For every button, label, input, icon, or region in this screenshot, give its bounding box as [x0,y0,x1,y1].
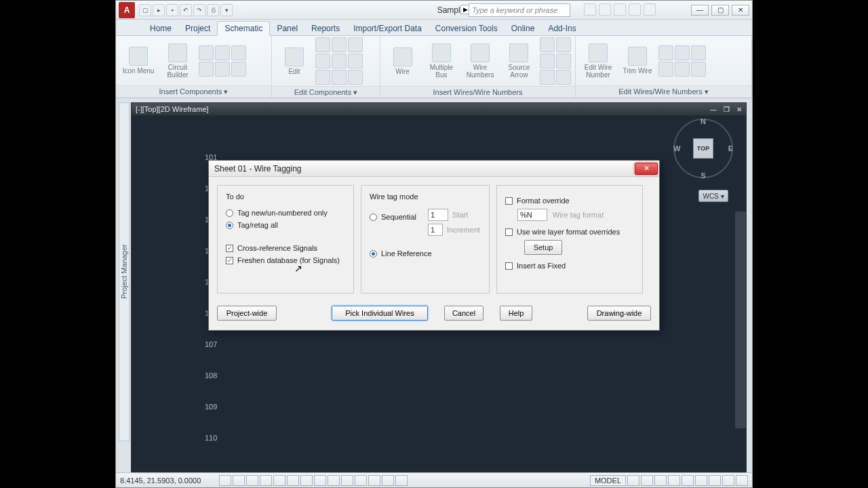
wire-numbers-button[interactable]: Wire Numbers [462,41,498,81]
small-btn[interactable] [215,45,230,60]
tab-project[interactable]: Project [178,22,217,35]
sb-btn[interactable] [287,475,299,486]
small-btn[interactable] [540,37,555,52]
small-btn[interactable] [231,62,246,77]
source-arrow-button[interactable]: Source Arrow [501,41,537,81]
viewcube[interactable]: N S E W TOP [673,118,734,179]
radio-tag-retag-all[interactable]: Tag/retag all [226,221,345,229]
small-btn[interactable] [215,62,230,77]
help-icon[interactable] [644,3,656,16]
check-insert-fixed[interactable]: Insert as Fixed [505,262,634,270]
sb-btn[interactable] [722,475,734,486]
start-input[interactable]: 1 [428,209,448,221]
sb-btn[interactable] [260,475,272,486]
small-btn[interactable] [332,37,347,52]
viewport-close-icon[interactable]: ✕ [736,106,742,113]
sb-btn[interactable] [736,475,748,486]
viewcube-n[interactable]: N [701,117,706,125]
sb-btn[interactable] [627,475,639,486]
sb-btn[interactable] [355,475,367,486]
dialog-close-button[interactable]: ✕ [635,163,658,175]
cancel-button[interactable]: Cancel [444,306,484,321]
check-format-override[interactable]: Format override [505,197,634,205]
check-freshen-db[interactable]: Freshen database (for Signals) [226,256,345,264]
circuit-builder-button[interactable]: Circuit Builder [159,41,196,81]
small-btn[interactable] [691,62,706,77]
sb-btn[interactable] [654,475,667,486]
stayconnected-icon[interactable] [629,3,641,16]
multiple-bus-button[interactable]: Multiple Bus [423,41,459,81]
sb-btn[interactable] [219,475,231,486]
small-btn[interactable] [348,54,363,68]
ribbon-group-label[interactable]: Insert Components ▾ [116,85,271,98]
minimize-button[interactable]: — [691,5,709,16]
icon-menu-button[interactable]: Icon Menu [120,41,157,81]
small-btn[interactable] [348,37,363,52]
sb-btn[interactable] [682,475,694,486]
qat-open-icon[interactable]: ▸ [153,4,165,16]
sb-btn[interactable] [382,475,394,486]
small-btn[interactable] [675,62,690,77]
qat-undo-icon[interactable]: ↶ [180,4,192,16]
small-btn[interactable] [199,62,214,77]
small-btn[interactable] [315,70,330,85]
small-btn[interactable] [540,54,555,68]
qat-new-icon[interactable]: ▢ [139,4,151,16]
drawing-wide-button[interactable]: Drawing-wide [587,306,651,321]
setup-button[interactable]: Setup [524,240,562,255]
viewport-restore-icon[interactable]: ❐ [724,106,730,113]
tab-schematic[interactable]: Schematic [217,21,270,36]
small-btn[interactable] [315,37,330,52]
project-manager-tab[interactable]: Project Manager [119,102,130,441]
check-cross-reference[interactable]: Cross-reference Signals [226,244,345,252]
signin-icon[interactable] [599,3,611,16]
small-btn[interactable] [658,62,673,77]
close-button[interactable]: ✕ [732,5,749,16]
small-btn[interactable] [556,37,571,52]
pick-individual-wires-button[interactable]: Pick Individual Wires [332,306,428,321]
increment-input[interactable]: 1 [428,224,443,236]
qat-save-icon[interactable]: ▪ [166,4,178,16]
check-layer-override[interactable]: Use wire layer format overrides [505,228,634,236]
sb-btn[interactable] [328,475,340,486]
help-button[interactable]: Help [500,306,532,321]
tab-addins[interactable]: Add-Ins [541,22,583,35]
dialog-titlebar[interactable]: Sheet 01 - Wire Tagging ✕ [209,161,659,177]
viewport-label[interactable]: [-][Top][2D Wireframe] [136,105,209,113]
ribbon-group-label[interactable]: Edit Wires/Wire Numbers ▾ [576,85,751,98]
qat-more-icon[interactable]: ▾ [220,4,233,16]
tab-home[interactable]: Home [143,22,178,35]
viewcube-e[interactable]: E [728,144,733,152]
small-btn[interactable] [315,54,330,68]
viewport-minimize-icon[interactable]: — [710,106,717,113]
sb-btn[interactable] [314,475,326,486]
sb-btn[interactable] [341,475,353,486]
help-search-input[interactable]: Type a keyword or phrase [469,3,570,17]
sb-btn[interactable] [668,475,680,486]
small-btn[interactable] [231,45,246,60]
small-btn[interactable] [332,54,347,68]
sb-btn[interactable] [273,475,285,486]
tab-panel[interactable]: Panel [270,22,304,35]
sb-btn[interactable] [709,475,721,486]
edit-wire-number-button[interactable]: Edit Wire Number [580,41,616,81]
trim-wire-button[interactable]: Trim Wire [619,41,656,81]
sb-btn[interactable] [246,475,258,486]
maximize-button[interactable]: ▢ [711,5,729,16]
exchange-icon[interactable] [614,3,626,16]
small-btn[interactable] [675,45,690,60]
small-btn[interactable] [556,70,571,85]
viewcube-s[interactable]: S [701,171,705,180]
navbar-palette[interactable] [735,211,746,428]
model-space-button[interactable]: MODEL [590,475,626,486]
viewcube-w[interactable]: W [673,144,680,152]
small-btn[interactable] [540,70,555,85]
ribbon-group-label[interactable]: Edit Components ▾ [272,86,380,98]
small-btn[interactable] [691,45,706,60]
small-btn[interactable] [658,45,673,60]
radio-sequential[interactable]: Sequential [370,213,422,221]
viewcube-top-face[interactable]: TOP [693,138,713,159]
wire-button[interactable]: Wire [384,41,420,81]
sb-btn[interactable] [233,475,245,486]
wcs-dropdown[interactable]: WCS ▾ [698,190,728,202]
